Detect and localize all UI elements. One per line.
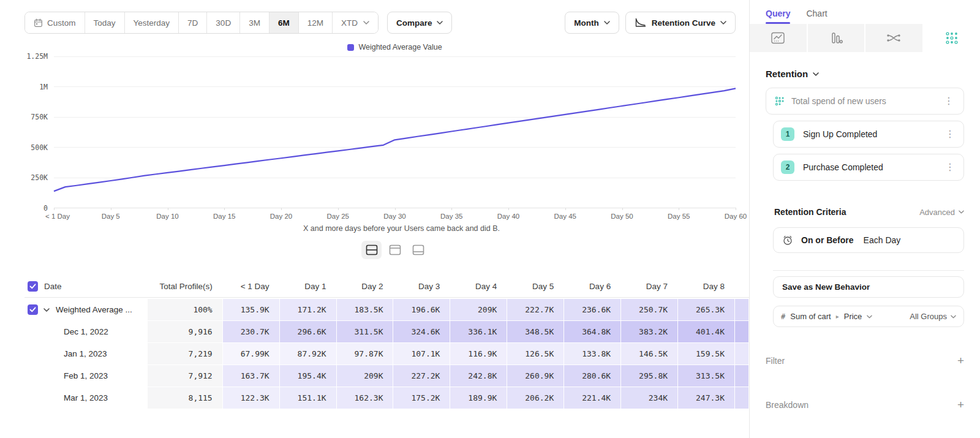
x-tick-label: Day 40: [497, 213, 519, 220]
kebab-menu-icon[interactable]: ⋮: [943, 128, 957, 140]
report-type-tiles: [750, 24, 980, 52]
x-tick-label: Day 5: [102, 213, 120, 220]
tile-insights[interactable]: [750, 24, 807, 52]
chart-view-icon: [389, 244, 401, 255]
x-tick: [508, 208, 509, 210]
retention-value-cell: 247.3K: [678, 387, 734, 409]
chart-caption: X and more days before your Users came b…: [54, 224, 749, 233]
retention-value-cell: 383.2K: [621, 321, 677, 342]
date-range-custom[interactable]: Custom: [25, 12, 85, 33]
measure-row[interactable]: # Sum of cart ▸ Price All Groups: [773, 306, 964, 327]
kebab-menu-icon[interactable]: ⋮: [941, 95, 956, 107]
report-toolbar: CustomTodayYesterday7D30D3M6M12MXTD Comp…: [24, 12, 736, 34]
date-range-6m[interactable]: 6M: [270, 12, 299, 33]
retention-report-app: CustomTodayYesterday7D30D3M6M12MXTD Comp…: [0, 0, 980, 438]
retention-value-cell: 87.92K: [280, 343, 336, 364]
x-tick-label: Day 45: [554, 213, 576, 220]
y-tick-label: 750K: [31, 113, 48, 121]
date-range-7d[interactable]: 7D: [179, 12, 207, 33]
row-checkbox[interactable]: [28, 304, 38, 315]
date-range-12m[interactable]: 12M: [299, 12, 333, 33]
x-tick: [54, 208, 55, 210]
partial-day9-cell: [735, 321, 748, 342]
chart-type-button[interactable]: Retention Curve: [625, 12, 736, 34]
column-header: Day 3: [393, 275, 450, 297]
behavior-retention-icon: [775, 96, 785, 106]
retention-criteria-row: Retention Criteria Advanced: [774, 207, 964, 217]
tab-chart[interactable]: Chart: [806, 9, 827, 24]
behavior-title: Total spend of new users: [791, 96, 935, 106]
tab-query[interactable]: Query: [766, 9, 790, 24]
retention-value-cell: 151.1K: [280, 387, 336, 409]
group-dropdown[interactable]: All Groups: [910, 312, 956, 321]
partial-day9-cell: [735, 299, 748, 320]
behavior-card[interactable]: Total spend of new users ⋮: [766, 88, 964, 115]
retention-value-cell: 364.8K: [564, 321, 620, 342]
partial-day9-cell: [735, 387, 748, 409]
date-range-yesterday[interactable]: Yesterday: [125, 12, 179, 33]
report-type-dropdown[interactable]: Retention: [766, 69, 964, 79]
retention-value-cell: 295.8K: [621, 365, 677, 387]
retention-curve-icon: [635, 18, 647, 28]
retention-value-cell: 260.9K: [507, 365, 564, 387]
chart-view-toggle-button[interactable]: [385, 241, 405, 259]
x-tick: [451, 208, 452, 210]
retention-value-cell: 126.5K: [507, 343, 564, 364]
chart-plot-area[interactable]: [54, 56, 736, 208]
step-row-2[interactable]: 2 Purchase Completed ⋮: [773, 154, 964, 181]
step-number-badge: 1: [781, 127, 794, 141]
add-breakdown-button[interactable]: +: [957, 398, 964, 412]
select-all-checkbox[interactable]: [28, 281, 38, 292]
retention-value-cell: 206.2K: [507, 387, 564, 409]
retention-value-cell: 234K: [621, 387, 677, 409]
step-row-1[interactable]: 1 Sign Up Completed ⋮: [773, 121, 964, 148]
table-view-toggle-button[interactable]: [408, 241, 428, 259]
chart-x-axis: < 1 DayDay 5Day 10Day 15Day 20Day 25Day …: [54, 211, 736, 222]
x-tick: [168, 208, 168, 210]
retention-value-cell: 162.3K: [337, 387, 393, 409]
tile-retention[interactable]: [924, 24, 980, 52]
date-range-3m[interactable]: 3M: [240, 12, 270, 33]
row-label: Weighted Average ...: [56, 305, 132, 314]
x-tick-label: Day 25: [327, 213, 349, 220]
tile-funnels[interactable]: [808, 24, 865, 52]
retention-value-cell: 311.5K: [337, 321, 393, 342]
table-row[interactable]: Dec 1, 20229,916230.7K296.6K311.5K324.6K…: [24, 321, 749, 343]
add-filter-button[interactable]: +: [957, 354, 964, 368]
granularity-button[interactable]: Month: [565, 12, 619, 34]
total-profiles-cell: 7,219: [148, 343, 222, 364]
number-property-icon: #: [781, 312, 785, 321]
retention-value-cell: 159.5K: [678, 343, 734, 364]
table-row[interactable]: Feb 1, 20237,912163.7K195.4K209K227.2K24…: [24, 365, 749, 387]
chevron-down-icon[interactable]: [43, 308, 50, 312]
row-label: Dec 1, 2022: [28, 327, 108, 336]
column-header: < 1 Day: [223, 275, 279, 297]
chart-type-label: Retention Curve: [652, 18, 715, 28]
date-range-today[interactable]: Today: [85, 12, 125, 33]
retention-value-cell: 222.7K: [507, 299, 564, 320]
row-label: Jan 1, 2023: [28, 349, 107, 358]
date-range-30d[interactable]: 30D: [207, 12, 240, 33]
chevron-down-icon: [363, 21, 369, 25]
table-row[interactable]: Weighted Average ...100%135.9K171.2K183.…: [24, 299, 749, 321]
timing-unit-label: Each Day: [864, 235, 901, 245]
retention-value-cell: 67.99K: [223, 343, 279, 364]
split-view-toggle-button[interactable]: [361, 241, 382, 259]
timing-card[interactable]: On or Before Each Day: [773, 227, 964, 253]
retention-value-cell: 209K: [450, 299, 507, 320]
x-tick-label: Day 20: [270, 213, 292, 220]
divider: [773, 270, 964, 271]
save-as-new-behavior-button[interactable]: Save as New Behavior: [773, 276, 964, 298]
kebab-menu-icon[interactable]: ⋮: [943, 161, 957, 173]
legend-swatch: [347, 44, 354, 51]
criteria-mode-dropdown[interactable]: Advanced: [919, 208, 964, 217]
date-range-xtd[interactable]: XTD: [333, 12, 378, 33]
x-tick: [224, 208, 225, 210]
compare-button[interactable]: Compare: [387, 12, 453, 34]
tile-flows[interactable]: [865, 24, 922, 52]
retention-value-cell: 221.4K: [564, 387, 620, 409]
step-event-label: Purchase Completed: [803, 162, 934, 172]
table-row[interactable]: Jan 1, 20237,21967.99K87.92K97.87K107.1K…: [24, 343, 749, 365]
retention-value-cell: 401.4K: [678, 321, 734, 342]
table-row[interactable]: Mar 1, 20238,115122.3K151.1K162.3K175.2K…: [24, 387, 749, 409]
